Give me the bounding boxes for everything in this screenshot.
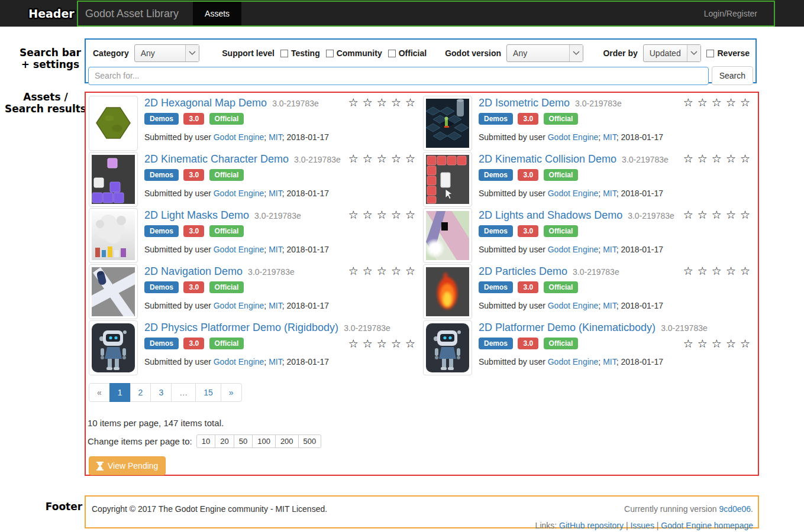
asset-title-link[interactable]: 2D Light Masks Demo	[144, 209, 249, 221]
checkbox-reverse[interactable]: Reverse	[706, 48, 750, 58]
asset-title-link[interactable]: 2D Kinematic Collision Demo	[479, 153, 616, 165]
license-link[interactable]: MIT	[269, 301, 282, 310]
license-link[interactable]: MIT	[269, 245, 282, 254]
order-by-select[interactable]: Updated	[643, 44, 702, 62]
badge-category[interactable]: Demos	[144, 169, 179, 181]
pagination-page-2[interactable]: 2	[130, 383, 151, 402]
badge-category[interactable]: Demos	[479, 225, 513, 237]
badge-support[interactable]: Official	[209, 225, 244, 237]
brand-link[interactable]: Godot Asset Library	[78, 2, 193, 25]
asset-thumbnail-kinematic-collision[interactable]	[423, 152, 472, 207]
per-page-100[interactable]: 100	[252, 434, 276, 448]
asset-title-link[interactable]: 2D Physics Platformer Demo (Rigidbody)	[144, 322, 338, 333]
badge-support[interactable]: Official	[544, 338, 579, 349]
asset-thumbnail-hexmap[interactable]	[89, 96, 138, 151]
asset-title-link[interactable]: 2D Kinematic Character Demo	[144, 153, 289, 165]
author-link[interactable]: Godot Engine	[548, 301, 599, 310]
badge-support[interactable]: Official	[209, 113, 244, 125]
per-page-50[interactable]: 50	[234, 434, 253, 448]
badge-version[interactable]: 3.0	[183, 338, 204, 349]
version-link[interactable]: 9cd0e06	[719, 504, 751, 514]
reverse-checkbox-box[interactable]	[706, 50, 714, 57]
badge-version[interactable]: 3.0	[518, 169, 538, 181]
license-link[interactable]: MIT	[269, 189, 282, 198]
per-page-20[interactable]: 20	[215, 434, 234, 448]
badge-category[interactable]: Demos	[479, 281, 513, 293]
pagination-page-3[interactable]: 3	[150, 383, 172, 402]
badge-version[interactable]: 3.0	[518, 281, 538, 293]
pagination-next[interactable]: »	[221, 383, 242, 402]
asset-thumbnail-navigation[interactable]	[89, 264, 138, 319]
license-link[interactable]: MIT	[603, 357, 616, 366]
license-link[interactable]: MIT	[603, 301, 616, 310]
category-select[interactable]: Any	[134, 44, 200, 62]
badge-version[interactable]: 3.0	[183, 225, 204, 237]
checkbox-testing[interactable]: Testing	[280, 48, 320, 58]
asset-thumbnail-robot[interactable]	[423, 320, 472, 375]
asset-thumbnail-robot[interactable]	[89, 320, 138, 375]
badge-version[interactable]: 3.0	[518, 338, 538, 349]
issues-link[interactable]: Issues	[630, 521, 654, 530]
author-link[interactable]: Godot Engine	[214, 301, 264, 310]
badge-support[interactable]: Official	[544, 281, 579, 293]
asset-thumbnail-light-masks[interactable]	[89, 208, 138, 263]
view-pending-button[interactable]: View Pending	[89, 456, 166, 475]
author-link[interactable]: Godot Engine	[214, 245, 264, 254]
asset-title-link[interactable]: 2D Isometric Demo	[479, 97, 570, 109]
badge-category[interactable]: Demos	[479, 169, 513, 181]
asset-thumbnail-particles[interactable]	[423, 264, 472, 319]
pagination-prev[interactable]: «	[89, 383, 110, 402]
asset-title-link[interactable]: 2D Lights and Shadows Demo	[479, 209, 622, 221]
per-page-10[interactable]: 10	[196, 434, 215, 448]
per-page-200[interactable]: 200	[275, 434, 299, 448]
author-link[interactable]: Godot Engine	[214, 357, 264, 366]
badge-category[interactable]: Demos	[479, 338, 513, 349]
per-page-500[interactable]: 500	[298, 434, 322, 448]
badge-support[interactable]: Official	[209, 169, 244, 181]
pagination-page-1[interactable]: 1	[109, 383, 131, 402]
badge-support[interactable]: Official	[544, 169, 579, 181]
author-link[interactable]: Godot Engine	[548, 132, 599, 142]
author-link[interactable]: Godot Engine	[548, 245, 599, 254]
license-link[interactable]: MIT	[603, 245, 616, 254]
badge-support[interactable]: Official	[544, 113, 579, 125]
badge-support[interactable]: Official	[209, 338, 244, 349]
asset-title-link[interactable]: 2D Hexagonal Map Demo	[144, 97, 267, 109]
asset-title-link[interactable]: 2D Particles Demo	[479, 265, 567, 277]
search-input[interactable]	[88, 67, 709, 85]
badge-version[interactable]: 3.0	[183, 169, 204, 181]
license-link[interactable]: MIT	[603, 132, 616, 142]
asset-thumbnail-lights-shadows[interactable]	[423, 208, 472, 263]
testing-checkbox-box[interactable]	[280, 50, 288, 57]
author-link[interactable]: Godot Engine	[548, 189, 599, 198]
badge-category[interactable]: Demos	[144, 113, 179, 125]
asset-thumbnail-isometric[interactable]	[423, 96, 472, 151]
license-link[interactable]: MIT	[603, 189, 616, 198]
checkbox-community[interactable]: Community	[326, 48, 382, 58]
godot-version-select[interactable]: Any	[506, 44, 583, 62]
badge-category[interactable]: Demos	[144, 281, 179, 293]
login-register-link[interactable]: Login/Register	[687, 2, 774, 25]
asset-title-link[interactable]: 2D Navigation Demo	[144, 265, 243, 277]
official-checkbox-box[interactable]	[388, 50, 396, 57]
badge-support[interactable]: Official	[544, 225, 579, 237]
asset-title-link[interactable]: 2D Platformer Demo (Kinematicbody)	[479, 322, 656, 333]
author-link[interactable]: Godot Engine	[548, 357, 599, 366]
badge-category[interactable]: Demos	[144, 338, 179, 349]
badge-category[interactable]: Demos	[479, 113, 513, 125]
search-button[interactable]: Search	[712, 66, 753, 85]
godot-homepage-link[interactable]: Godot Engine homepage	[661, 521, 753, 530]
license-link[interactable]: MIT	[269, 132, 282, 142]
pagination-page-15[interactable]: 15	[195, 383, 221, 402]
badge-category[interactable]: Demos	[144, 225, 179, 237]
license-link[interactable]: MIT	[269, 357, 282, 366]
asset-thumbnail-kinematic-character[interactable]	[89, 152, 138, 207]
author-link[interactable]: Godot Engine	[214, 132, 264, 142]
community-checkbox-box[interactable]	[326, 50, 334, 57]
badge-version[interactable]: 3.0	[518, 225, 538, 237]
badge-support[interactable]: Official	[209, 281, 244, 293]
badge-version[interactable]: 3.0	[183, 281, 204, 293]
checkbox-official[interactable]: Official	[388, 48, 427, 58]
author-link[interactable]: Godot Engine	[214, 189, 264, 198]
github-repository-link[interactable]: GitHub repository	[559, 521, 624, 530]
